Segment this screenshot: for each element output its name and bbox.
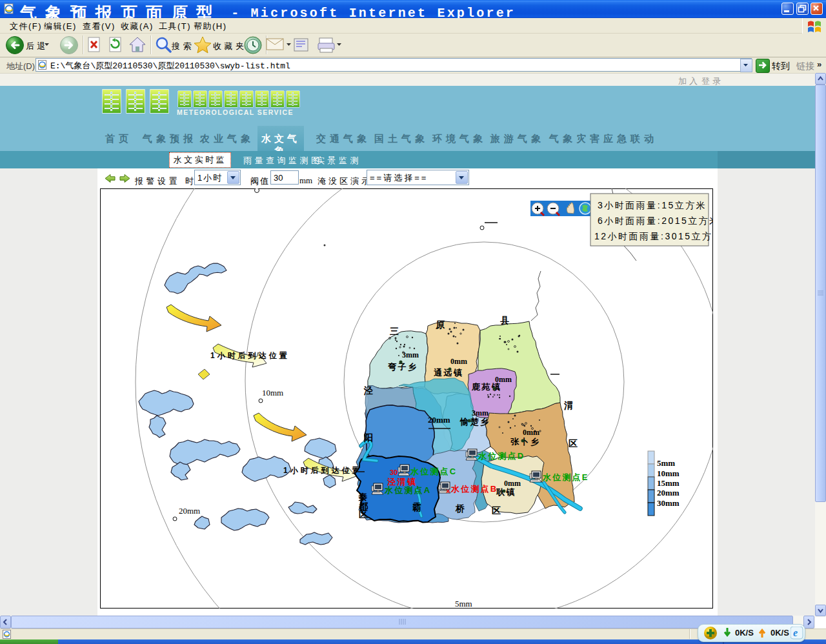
svg-text:3mm: 3mm	[472, 408, 489, 418]
svg-text:水位测点D: 水位测点D	[478, 451, 525, 461]
svg-text:3小时面雨量:15立方米: 3小时面雨量:15立方米	[598, 200, 707, 210]
svg-text:0mm: 0mm	[450, 357, 467, 366]
svg-text:30: 30	[390, 468, 398, 476]
svg-text:愉楚乡: 愉楚乡	[459, 417, 490, 427]
svg-text:区: 区	[569, 438, 578, 448]
svg-text:15mm: 15mm	[657, 478, 680, 488]
svg-text:桥: 桥	[455, 503, 465, 514]
svg-text:弯子乡: 弯子乡	[387, 362, 418, 372]
svg-text:张卜乡: 张卜乡	[510, 437, 541, 447]
svg-text:12小时面雨量:3015立方米: 12小时面雨量:3015立方米	[594, 231, 713, 241]
svg-text:泾: 泾	[363, 385, 373, 396]
svg-text:3mm: 3mm	[402, 350, 419, 359]
svg-text:METEOROLOGICAL SERVICE: METEOROLOGICAL SERVICE	[177, 108, 294, 116]
svg-text:0mm: 0mm	[504, 479, 521, 488]
svg-text:水位测点A: 水位测点A	[384, 485, 431, 495]
svg-text:6小时面雨量:2015立方米: 6小时面雨量:2015立方米	[598, 216, 713, 226]
svg-text:县: 县	[500, 315, 509, 325]
svg-text:e: e	[793, 627, 798, 638]
svg-text:水位测点C: 水位测点C	[410, 467, 457, 476]
svg-text:区: 区	[492, 505, 501, 516]
svg-text:耿镇: 耿镇	[496, 487, 516, 497]
svg-text:20mm: 20mm	[428, 415, 450, 425]
svg-text:×: ×	[446, 487, 450, 495]
svg-text:1小时后到达位置: 1小时后到达位置	[210, 351, 290, 360]
svg-text:5mm: 5mm	[657, 458, 675, 468]
svg-text:20mm: 20mm	[657, 488, 680, 498]
svg-text:1小时后到达位置: 1小时后到达位置	[283, 466, 363, 475]
svg-text:三: 三	[390, 326, 399, 336]
svg-text:原: 原	[435, 319, 445, 330]
svg-text:10mm: 10mm	[657, 468, 680, 478]
svg-text:20mm: 20mm	[179, 506, 200, 516]
svg-text:5mm: 5mm	[455, 599, 472, 609]
svg-text:0mm: 0mm	[495, 375, 512, 384]
svg-text:水位测点E: 水位测点E	[542, 472, 589, 482]
svg-text:渭: 渭	[563, 400, 573, 410]
svg-text:霸: 霸	[412, 502, 421, 512]
svg-text:水位测点B: 水位测点B	[450, 484, 498, 494]
svg-text:30mm: 30mm	[657, 498, 680, 508]
svg-text:0mm: 0mm	[523, 428, 539, 437]
svg-text:泾渭镇: 泾渭镇	[387, 477, 418, 487]
svg-text:10mm: 10mm	[262, 388, 283, 397]
svg-text:阳: 阳	[364, 432, 373, 443]
svg-text:区: 区	[359, 509, 368, 519]
